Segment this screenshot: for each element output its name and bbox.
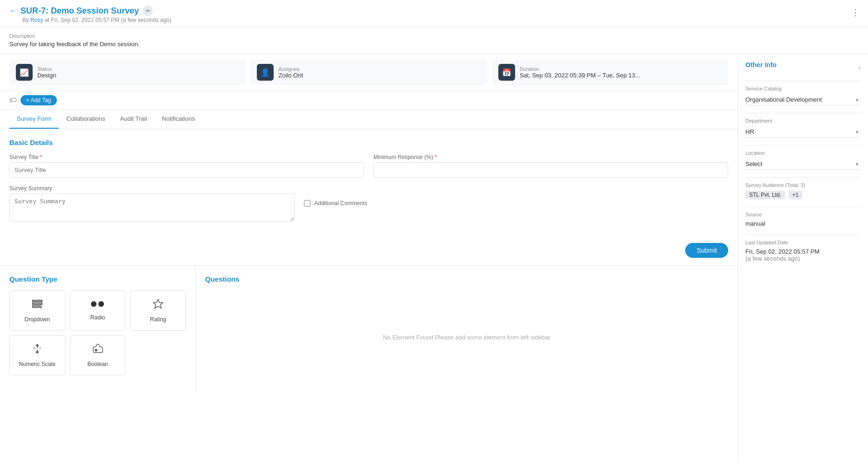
survey-audience-label: Survey Audience (Total: 3)	[745, 182, 861, 188]
audience-plus: +1	[789, 191, 803, 199]
description-label: Description	[9, 33, 859, 39]
qt-dropdown[interactable]: Dropdown	[9, 290, 65, 331]
boolean-label: Boolean	[87, 361, 108, 367]
status-item-assignee: 👤 Assignee Zoilo Orit	[250, 59, 487, 85]
svg-text:1: 1	[39, 346, 41, 350]
location-label: Location	[745, 150, 861, 156]
no-element-message: No Element Found Please add some element…	[205, 290, 728, 384]
additional-comments-label: Additional Comments	[314, 200, 367, 207]
svg-rect-2	[33, 306, 39, 307]
status-item-duration: 📅 Duration Sat, Sep 03, 2022 05:39 PM – …	[492, 59, 728, 85]
department-select[interactable]: HR	[745, 126, 861, 138]
question-type-title: Question Type	[9, 275, 186, 283]
source-value: manual	[745, 220, 861, 227]
questions-panel: Questions No Element Found Please add so…	[196, 266, 737, 393]
department-section: Department HR	[745, 118, 861, 138]
author-link[interactable]: Rosy	[30, 17, 43, 23]
tag-icon: 🏷	[9, 96, 17, 104]
other-info-title: Other Info	[745, 61, 777, 69]
svg-rect-1	[33, 303, 42, 304]
department-label: Department	[745, 118, 861, 124]
calendar-icon: 📅	[498, 64, 515, 81]
tab-collaborations[interactable]: Collaborations	[59, 110, 112, 129]
status-bar: 📈 Status Design 👤 Assignee Zoilo Orit 📅	[0, 54, 737, 91]
basic-details-title: Basic Details	[9, 138, 728, 146]
add-tag-button[interactable]: + Add Tag	[21, 95, 57, 105]
svg-point-3	[91, 301, 96, 307]
service-catalog-label: Service Catalog	[745, 86, 861, 91]
qt-rating[interactable]: Rating	[130, 290, 186, 331]
radio-icon	[91, 298, 104, 311]
sidebar: Other Info › Service Catalog Organisatio…	[737, 54, 868, 463]
tab-audit-trail[interactable]: Audit Trail	[113, 110, 155, 129]
survey-title-label: Survey Title *	[9, 154, 364, 160]
last-updated-section: Last Updated Date Fri, Sep 02, 2022 05:5…	[745, 240, 861, 262]
tab-survey-form[interactable]: Survey Form	[9, 110, 59, 129]
qt-numeric-scale[interactable]: 9 1 Numeric Scale	[9, 335, 65, 375]
numeric-scale-label: Numeric Scale	[19, 361, 55, 367]
duration-label: Duration	[520, 66, 641, 72]
sidebar-collapse-icon[interactable]: ›	[859, 64, 861, 71]
svg-marker-5	[153, 299, 163, 308]
tab-notifications[interactable]: Notifications	[154, 110, 202, 129]
last-updated-label: Last Updated Date	[745, 240, 861, 245]
duration-value: Sat, Sep 03, 2022 05:39 PM – Tue, Sep 13…	[520, 72, 641, 79]
more-options-button[interactable]: ⋮	[851, 7, 861, 18]
qt-boolean[interactable]: Boolean	[70, 335, 126, 375]
back-button[interactable]: ←	[9, 7, 17, 15]
source-section: Source manual	[745, 212, 861, 227]
assignee-icon: 👤	[257, 64, 274, 81]
description-text: Survey for taking feedback of the Demo s…	[9, 41, 859, 48]
question-type-grid: Dropdown Radio	[9, 290, 186, 375]
survey-audience-section: Survey Audience (Total: 3) STL Pvt. Ltd.…	[745, 182, 861, 199]
header-subtitle: By Rosy at Fri, Sep 02, 2022 05:57 PM (a…	[22, 17, 859, 23]
radio-label: Radio	[90, 314, 105, 321]
survey-summary-input[interactable]	[9, 193, 295, 221]
last-updated-value: Fri, Sep 02, 2022 05:57 PM	[745, 248, 861, 255]
audience-badge: STL Pvt. Ltd.	[745, 191, 785, 199]
min-response-label: Minimum Response (%) *	[373, 154, 728, 160]
page-title: SUR-7: Demo Session Survey	[21, 6, 139, 16]
min-response-input[interactable]: 0	[373, 162, 728, 178]
form-area: Basic Details Survey Title * Minimum Res…	[0, 129, 737, 238]
assignee-label: Assignee	[278, 66, 303, 72]
status-item-status: 📈 Status Design	[9, 59, 246, 85]
question-type-panel: Question Type Dropdow	[0, 266, 196, 393]
service-catalog-select[interactable]: Organisational Development	[745, 94, 861, 105]
assignee-value: Zoilo Orit	[278, 72, 303, 79]
dropdown-label: Dropdown	[24, 316, 50, 323]
questions-title: Questions	[205, 275, 728, 283]
location-section: Location Select	[745, 150, 861, 170]
bottom-section: Question Type Dropdow	[0, 266, 737, 393]
last-updated-relative: (a few seconds ago)	[745, 255, 861, 262]
tabs: Survey Form Collaborations Audit Trail N…	[0, 110, 737, 129]
tags-row: 🏷 + Add Tag	[0, 91, 737, 110]
svg-point-10	[95, 349, 97, 351]
status-value: Design	[37, 72, 56, 79]
svg-rect-0	[33, 300, 42, 302]
source-label: Source	[745, 212, 861, 217]
status-label: Status	[37, 66, 56, 72]
rating-label: Rating	[150, 316, 166, 323]
survey-title-input[interactable]	[9, 162, 364, 178]
svg-text:9: 9	[34, 346, 35, 350]
submit-button[interactable]: Submit	[685, 243, 728, 258]
edit-icon[interactable]: ✏	[143, 6, 153, 16]
status-trend-icon: 📈	[16, 64, 33, 81]
boolean-icon	[92, 343, 103, 357]
survey-summary-label: Survey Summary	[9, 185, 295, 192]
location-select[interactable]: Select	[745, 159, 861, 170]
svg-point-4	[98, 301, 104, 307]
numeric-scale-icon: 9 1	[32, 343, 43, 357]
submit-row: Submit	[0, 238, 737, 266]
additional-comments-checkbox[interactable]	[304, 200, 310, 207]
rating-icon	[152, 298, 164, 312]
service-catalog-section: Service Catalog Organisational Developme…	[745, 86, 861, 105]
qt-radio[interactable]: Radio	[70, 290, 126, 331]
dropdown-icon	[32, 298, 43, 312]
